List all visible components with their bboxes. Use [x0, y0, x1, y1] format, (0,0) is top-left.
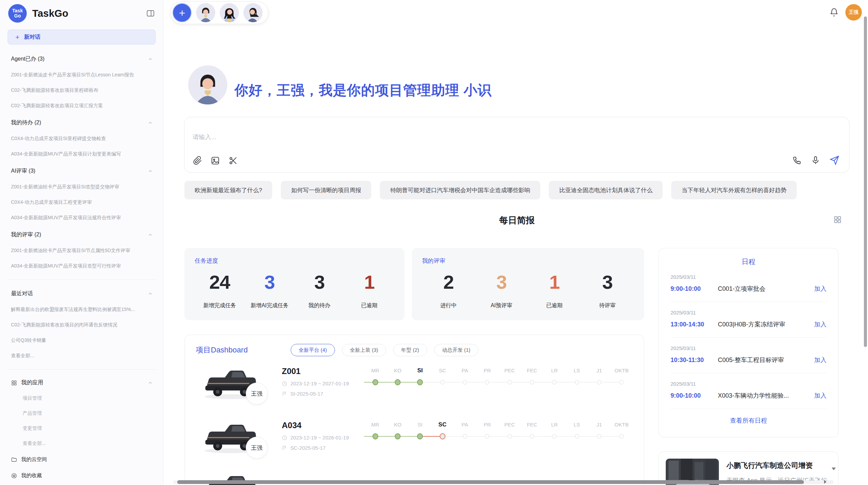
- chat-input[interactable]: [193, 134, 707, 141]
- scroll-down-arrow-icon[interactable]: [831, 467, 836, 471]
- new-chat-button[interactable]: ＋ 新对话: [8, 29, 156, 45]
- suggestion-chip[interactable]: 欧洲新规最近颁布了什么?: [184, 181, 272, 199]
- milestone-station: KO: [386, 366, 409, 386]
- paperclip-icon[interactable]: [193, 156, 202, 165]
- milestone-label: PR: [476, 366, 498, 375]
- stat-label: 我的待办: [294, 302, 345, 309]
- sidebar-item[interactable]: A034-全新新能源MUV产品开发项目法规符合性评审: [11, 215, 153, 221]
- sidebar-item-favorites[interactable]: 我的收藏: [11, 472, 153, 479]
- sidebar-item[interactable]: C02-飞腾新能源轻客改款项目立项汇报方案: [11, 103, 153, 109]
- horizontal-scrollbar-track[interactable]: [173, 480, 834, 484]
- sidebar-item[interactable]: Z001-全新燃油皮卡产品开发项目SI节点Lesson Learn报告: [11, 72, 153, 78]
- briefing-card: 任务进度 24 新增完成任务 3 新增AI完成任务 3 我的待办 1 已逾期: [184, 248, 405, 320]
- sidebar-section-header[interactable]: 我的评审 (2): [11, 231, 153, 238]
- sidebar-item[interactable]: Z001-全新燃油轻卡产品开发项目SI节点属性5D文件评审: [11, 248, 153, 254]
- sidebar-item-cloud-space[interactable]: 我的云空间: [11, 456, 153, 463]
- sidebar-section-title: AI评审 (3): [11, 167, 35, 175]
- horizontal-scrollbar-thumb[interactable]: [177, 480, 804, 484]
- assistant-avatar: [188, 65, 227, 104]
- vertical-scrollbar-thumb[interactable]: [864, 16, 867, 347]
- scroll-right-arrow-icon[interactable]: [823, 480, 828, 484]
- dashboard-filter-chip[interactable]: 全新上装 (3): [342, 344, 386, 356]
- stat-value: 3: [475, 271, 528, 293]
- sidebar-item[interactable]: 解释最新出台的欧盟报废车法规再生塑料比例被调至15%...: [11, 307, 153, 313]
- stat-value: 24: [195, 271, 245, 293]
- milestone-dot: [619, 434, 624, 439]
- sidebar-app-item[interactable]: 项目管理: [23, 395, 153, 401]
- view-all-schedule-link[interactable]: 查看所有日程: [671, 409, 827, 425]
- sidebar-section-header[interactable]: 最近对话: [11, 290, 153, 297]
- sidebar-section-header[interactable]: AI评审 (3): [11, 167, 153, 175]
- stat: 3 待评审: [581, 271, 634, 309]
- stat-label: 待评审: [581, 302, 634, 309]
- suggestion-chip[interactable]: 比亚迪全固态电池计划具体说了什么: [549, 181, 663, 199]
- suggestion-chip[interactable]: 当下年轻人对汽车外观有怎样的喜好趋势: [671, 181, 797, 199]
- chevron-up-icon: [148, 169, 153, 174]
- sidebar-item[interactable]: C0X4-动力总成开发项目SI里程碑提交物检查: [11, 136, 153, 142]
- milestone-station: SI: [409, 421, 431, 440]
- project-media: 王强: [200, 419, 282, 455]
- suggestion-chip[interactable]: 如何写一份清晰的项目周报: [281, 181, 371, 199]
- sidebar-app-item[interactable]: 变更管理: [23, 425, 153, 432]
- sidebar-item[interactable]: 公司Q3轻卡销量: [11, 337, 153, 344]
- microphone-icon[interactable]: [811, 156, 820, 165]
- image-icon[interactable]: [210, 156, 220, 165]
- sidebar-section-header[interactable]: 我的待办 (2): [11, 119, 153, 126]
- milestone-label: LR: [543, 421, 566, 429]
- milestone-line: [454, 433, 476, 440]
- sidebar-section-header[interactable]: Agent已办 (3): [11, 55, 153, 63]
- sidebar-app-item[interactable]: 查看全部...: [23, 440, 153, 447]
- dashboard-filter-chip[interactable]: 年型 (2): [393, 344, 427, 356]
- owner-badge: 王强: [246, 383, 268, 405]
- sidebar-item[interactable]: C02-飞腾新能源轻客改款项目里程碑画布: [11, 87, 153, 94]
- notification-bell-icon[interactable]: [830, 8, 839, 17]
- milestone-station: FEC: [521, 366, 543, 386]
- project-info: A034 2023-12-19 ~ 2026-01-19 SC-2025-05-…: [282, 419, 364, 451]
- layout-grid-icon[interactable]: [833, 215, 842, 224]
- sidebar-item[interactable]: C02-飞腾新能源轻客改款项目的闭环通告反馈情况: [11, 322, 153, 328]
- dashboard-filter-chip[interactable]: 全新平台 (4): [291, 344, 335, 356]
- sidebar-item[interactable]: Z001-全新燃油轻卡产品开发项目SI造型提交物评审: [11, 184, 153, 190]
- milestone-station: LR: [543, 366, 566, 386]
- milestone-station: MR: [364, 421, 386, 440]
- milestone-line: [431, 379, 454, 386]
- milestone-timeline: MR KO SI SC PA PR: [364, 365, 633, 386]
- app-title: TaskGo: [32, 8, 146, 19]
- schedule-item: 2025/03/11 9:00-10:00 C001-立项审批会 加入: [671, 266, 827, 302]
- agent-avatar[interactable]: [220, 3, 239, 22]
- chevron-up-icon: [148, 120, 153, 125]
- sidebar-item[interactable]: A034-全新新能源MUV产品开发项目计划变更表编写: [11, 151, 153, 157]
- sidebar-item[interactable]: 查看全部...: [11, 353, 153, 359]
- join-meeting-link[interactable]: 加入: [814, 285, 827, 293]
- join-meeting-link[interactable]: 加入: [814, 320, 827, 328]
- milestone-station: LS: [566, 421, 588, 440]
- milestone-label: MR: [364, 421, 386, 429]
- milestone-dot: [440, 380, 445, 385]
- milestone-dot: [485, 380, 490, 385]
- stat-label: 进行中: [422, 302, 475, 309]
- milestone-label: PEC: [498, 366, 521, 375]
- collapse-sidebar-icon[interactable]: [146, 9, 155, 18]
- add-agent-button[interactable]: ＋: [172, 3, 192, 22]
- dashboard-filter-chip[interactable]: 动总开发 (1): [434, 344, 479, 356]
- milestone-label: LS: [566, 421, 588, 429]
- join-meeting-link[interactable]: 加入: [814, 356, 827, 364]
- scissors-icon[interactable]: [228, 156, 238, 165]
- agent-avatar[interactable]: [243, 3, 263, 22]
- stat-value: 1: [345, 271, 395, 293]
- send-icon[interactable]: [829, 155, 840, 165]
- project-row: 王强 Z001 2023-12-19 ~ 2027-01-19 SI-2025-…: [185, 356, 644, 410]
- sidebar-apps-header[interactable]: 我的应用: [11, 379, 153, 386]
- phone-icon[interactable]: [792, 156, 802, 165]
- milestone-dot: [372, 433, 378, 439]
- schedule-date: 2025/03/11: [671, 310, 827, 315]
- agent-avatar[interactable]: [196, 3, 215, 22]
- suggestion-chip[interactable]: 特朗普可能对进口汽车增税会对中国车企造成哪些影响: [380, 181, 540, 199]
- milestone-dot: [417, 433, 423, 439]
- sidebar-item[interactable]: A034-全新新能源MUV产品开发项目造型可行性评审: [11, 263, 153, 269]
- sidebar-item[interactable]: C0X4-动力总成开发项目工程变更评审: [11, 199, 153, 206]
- join-meeting-link[interactable]: 加入: [814, 391, 827, 400]
- sidebar-app-item[interactable]: 产品管理: [23, 410, 153, 416]
- user-avatar[interactable]: 王强: [845, 4, 862, 21]
- stat-grid: 24 新增完成任务 3 新增AI完成任务 3 我的待办 1 已逾期: [195, 271, 394, 309]
